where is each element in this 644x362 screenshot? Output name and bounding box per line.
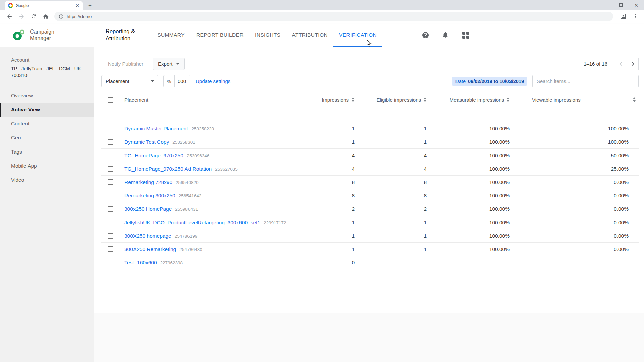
row-checkbox[interactable] (108, 206, 113, 212)
search-input[interactable] (532, 75, 639, 87)
eligible-impressions-value: - (357, 260, 429, 266)
measurable-impressions-value: 100.00% (429, 206, 513, 212)
column-placement[interactable]: Placement (124, 97, 297, 103)
row-checkbox[interactable] (108, 126, 113, 131)
row-checkbox[interactable] (108, 260, 113, 265)
browser-tabstrip: Google ✕ + ✕ (0, 0, 644, 10)
date-range: 09/02/2019 to 10/03/2019 (468, 79, 524, 84)
percent-group: % (163, 75, 190, 87)
placement-link[interactable]: 300x250 HomePage (124, 206, 172, 212)
sidebar-item-geo[interactable]: Geo (0, 131, 94, 145)
url-text: https://demo (67, 14, 92, 19)
placement-link[interactable]: Remarketing 728x90 (124, 179, 172, 185)
placement-link[interactable]: 300X250 Remarketing (124, 246, 176, 252)
row-checkbox[interactable] (108, 246, 113, 252)
sort-icon[interactable] (351, 97, 355, 102)
tab-report-builder[interactable]: REPORT BUILDER (191, 23, 249, 47)
tab-summary[interactable]: SUMMARY (152, 23, 191, 47)
date-filter-chip[interactable]: Date 09/02/2019 to 10/03/2019 (452, 77, 527, 86)
account-label: Account (11, 57, 85, 63)
sidebar-item-tags[interactable]: Tags (0, 145, 94, 159)
measurable-impressions-value: 100.00% (429, 126, 513, 132)
row-checkbox[interactable] (108, 233, 113, 239)
select-all-checkbox[interactable] (108, 97, 113, 103)
sidebar-item-video[interactable]: Video (0, 173, 94, 187)
dimension-select[interactable]: Placement (101, 75, 158, 87)
column-impressions[interactable]: Impressions (297, 97, 357, 103)
reload-icon[interactable] (28, 11, 39, 22)
tab-verification[interactable]: VERIFICATION (333, 23, 382, 47)
row-checkbox[interactable] (108, 166, 113, 172)
sort-icon[interactable] (423, 97, 427, 102)
placement-link[interactable]: JellyfishUK_DCO_ProductLevelRetargeting_… (124, 220, 260, 226)
google-favicon (8, 3, 13, 8)
maximize-icon[interactable] (613, 0, 629, 10)
viewable-impressions-value: 100.00% (513, 126, 639, 132)
home-icon[interactable] (40, 11, 51, 22)
row-checkbox[interactable] (108, 193, 113, 198)
placement-link[interactable]: Test_160x600 (124, 260, 157, 266)
placement-link[interactable]: TG_HomePage_970x250 Ad Rotation (124, 166, 212, 172)
placement-id: 254786430 (179, 247, 202, 252)
next-page-icon[interactable] (627, 58, 639, 70)
tab-close-icon[interactable]: ✕ (75, 3, 79, 8)
sidebar-item-active-view[interactable]: Active View (0, 103, 94, 117)
site-info-icon[interactable] (59, 14, 64, 19)
placement-link[interactable]: Dynamic Test Copy (124, 139, 169, 145)
minimize-icon[interactable] (598, 0, 613, 10)
update-settings-link[interactable]: Update settings (196, 78, 230, 84)
filter-bar: Placement % Update settings Date 09/02/2… (101, 75, 639, 87)
viewable-impressions-value: 50.00% (513, 153, 639, 159)
placement-link[interactable]: Remarketing 300x250 (124, 193, 175, 199)
table-body: Dynamic Master Placement 253258220 1 1 1… (101, 122, 639, 269)
placement-link[interactable]: TG_HomePage_970x250 (124, 153, 183, 159)
apps-grid-icon[interactable] (461, 31, 470, 39)
account-id: 700310 (11, 72, 85, 79)
placement-id: 255986431 (175, 207, 198, 212)
browser-tab[interactable]: Google ✕ (5, 1, 83, 10)
eligible-impressions-value: 1 (357, 246, 429, 252)
table-row: Remarketing 300x250 256541642 8 8 100.00… (101, 189, 639, 202)
address-bar[interactable]: https://demo (54, 12, 613, 21)
help-icon[interactable] (421, 31, 430, 39)
tab-attribution[interactable]: ATTRIBUTION (286, 23, 333, 47)
column-eligible-impressions[interactable]: Eligible impressions (357, 97, 429, 103)
notifications-icon[interactable] (441, 31, 450, 39)
measurable-impressions-value: 100.00% (429, 139, 513, 145)
column-measurable-impressions[interactable]: Measurable impressions (429, 97, 513, 103)
close-icon[interactable]: ✕ (629, 0, 644, 10)
pagination: 1–16 of 16 (584, 58, 639, 70)
table-row: 300x250 HomePage 255986431 2 2 100.00% 0… (101, 202, 639, 216)
tab-insights[interactable]: INSIGHTS (249, 23, 286, 47)
forward-icon[interactable] (16, 11, 27, 22)
notify-publisher-button[interactable]: Notify Publisher (108, 61, 143, 67)
new-tab-icon[interactable]: + (86, 1, 94, 10)
profile-icon[interactable] (618, 11, 629, 22)
measurable-impressions-value: 100.00% (429, 153, 513, 159)
sidebar-item-overview[interactable]: Overview (0, 88, 94, 103)
main-content: Notify Publisher Export 1–16 of 16 Place… (94, 47, 644, 362)
sidebar-item-content[interactable]: Content (0, 117, 94, 131)
viewable-impressions-value: 0.00% (513, 233, 639, 239)
row-checkbox[interactable] (108, 220, 113, 225)
prev-page-icon[interactable] (615, 58, 627, 70)
placement-link[interactable]: Dynamic Master Placement (124, 126, 188, 132)
back-icon[interactable] (4, 11, 15, 22)
placement-id: 253096346 (187, 153, 210, 158)
sort-icon[interactable] (633, 97, 636, 102)
action-toolbar: Notify Publisher Export 1–16 of 16 (101, 58, 639, 70)
sidebar: Account TP - JellyTrain - JEL - DCM - UK… (0, 47, 94, 362)
measurable-impressions-value: - (429, 260, 513, 266)
export-button[interactable]: Export (153, 58, 185, 70)
row-checkbox[interactable] (108, 139, 113, 145)
sidebar-item-mobile-app[interactable]: Mobile App (0, 159, 94, 173)
placement-link[interactable]: 300X250 homepage (124, 233, 171, 239)
browser-menu-icon[interactable] (630, 11, 641, 22)
tab-title: Google (16, 3, 73, 8)
measurable-impressions-value: 100.00% (429, 193, 513, 199)
percent-input[interactable] (175, 75, 190, 87)
row-checkbox[interactable] (108, 179, 113, 185)
column-viewable-impressions[interactable]: Viewable impressions (513, 97, 639, 103)
row-checkbox[interactable] (108, 153, 113, 158)
sort-icon[interactable] (506, 97, 510, 102)
